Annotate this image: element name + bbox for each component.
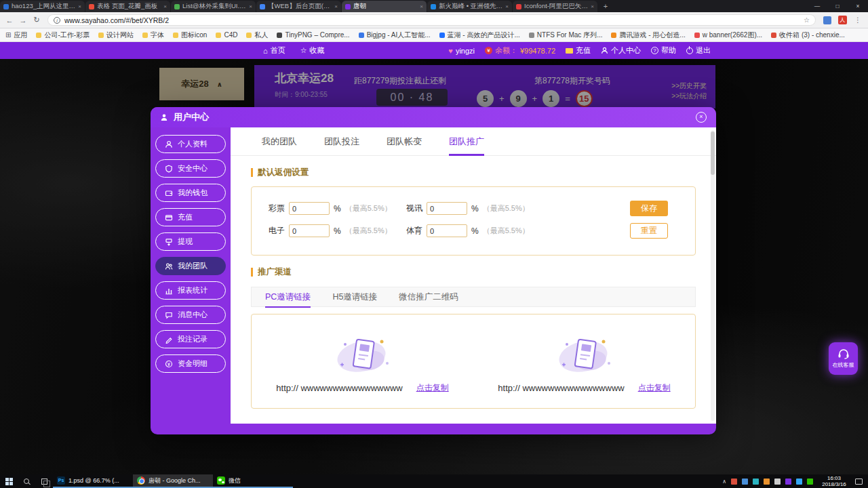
browser-tab[interactable]: Iconfont-阿里巴巴矢量... × — [513, 1, 598, 12]
nav-logout[interactable]: 退出 — [686, 45, 711, 56]
save-button[interactable]: 保存 — [630, 201, 668, 216]
tray-icon-7[interactable] — [796, 479, 802, 485]
site-info-icon[interactable]: i — [54, 17, 60, 24]
tab-close-icon[interactable]: × — [78, 3, 81, 9]
rebate-input-electronic[interactable] — [289, 224, 330, 237]
tab-close-icon[interactable]: × — [163, 3, 167, 9]
address-bar[interactable]: i www.sayahao.com/#/bet/XYRB/2 ☆ — [47, 14, 816, 26]
bookmark-item[interactable]: 设计网站 — [98, 30, 134, 40]
bookmark-favicon — [277, 33, 282, 38]
notification-center-icon[interactable] — [855, 479, 863, 485]
tab-wechat-qrcode[interactable]: 微信推广二维码 — [399, 287, 458, 306]
rebate-input-sports[interactable] — [427, 224, 467, 237]
sidebar-item-profile[interactable]: 个人资料 — [155, 135, 226, 153]
bookmark-item[interactable]: NTFS For Mac 序列... — [529, 30, 603, 40]
bookmark-item[interactable]: 收件箱 (3) - chenxie... — [771, 30, 845, 40]
tab-team-bets[interactable]: 团队投注 — [311, 127, 373, 155]
bookmark-item[interactable]: 私人 — [246, 30, 268, 40]
sidebar-item-messages[interactable]: 消息中心 — [155, 306, 226, 324]
bookmark-item[interactable]: 图标icon — [173, 30, 207, 40]
nav-username[interactable]: ♥yingzi — [448, 47, 475, 55]
tray-icon-5[interactable] — [774, 479, 781, 485]
tray-icon-1[interactable] — [731, 479, 737, 485]
start-button[interactable] — [0, 474, 18, 488]
tab-close-icon[interactable]: × — [420, 3, 423, 9]
window-maximize-button[interactable]: □ — [827, 0, 848, 12]
window-minimize-button[interactable]: — — [807, 0, 827, 12]
browser-tab[interactable]: 新火巅峰 • 亚洲领先网络 × — [427, 1, 513, 12]
browser-tab-active[interactable]: 唐朝 × — [342, 1, 427, 12]
sidebar-item-team[interactable]: 我的团队 — [155, 257, 226, 275]
copy-link-button[interactable]: 点击复制 — [416, 382, 449, 394]
back-button[interactable]: ← — [3, 16, 16, 24]
modal-close-button[interactable]: × — [696, 112, 707, 123]
nav-recharge[interactable]: 充值 — [566, 45, 591, 56]
tab-h5-invite-link[interactable]: H5邀请链接 — [332, 287, 377, 306]
modal-scrollbar[interactable] — [711, 130, 715, 421]
online-service-button[interactable]: 在线客服 — [829, 342, 858, 375]
tab-team-transactions[interactable]: 团队帐变 — [373, 127, 435, 155]
url-text[interactable]: www.sayahao.com/#/bet/XYRB/2 — [64, 16, 800, 24]
sidebar-item-funds[interactable]: 资金明细 — [155, 354, 226, 373]
taskbar-search-button[interactable] — [18, 474, 35, 488]
taskbar-app-wechat[interactable]: 微信 — [213, 474, 293, 488]
tray-icon-3[interactable] — [753, 479, 759, 485]
sidebar-item-bet-records[interactable]: 投注记录 — [155, 330, 226, 348]
tray-icon-6[interactable] — [785, 479, 791, 485]
bookmark-item[interactable]: Bigjpg - AI人工智能... — [359, 30, 431, 40]
nav-home[interactable]: ⌂首页 — [263, 45, 285, 56]
bookmark-favicon — [36, 33, 41, 38]
bookmark-item[interactable]: w banner(2662图)... — [694, 30, 762, 40]
bookmark-item[interactable]: 字体 — [142, 30, 164, 40]
bookmark-item[interactable]: 公司-工作-彩票 — [36, 30, 90, 40]
browser-tab[interactable]: 表格 页面_花瓣_画板 × — [85, 1, 171, 12]
sidebar-item-recharge[interactable]: 充值 — [155, 208, 226, 226]
new-tab-button[interactable]: + — [598, 1, 613, 12]
bookmark-item[interactable]: 蓝湖 - 高效的产品设计... — [439, 30, 520, 40]
sidebar-item-security[interactable]: 安全中心 — [155, 159, 226, 178]
tray-icon-4[interactable] — [764, 479, 770, 485]
apps-shortcut[interactable]: ⊞ 应用 — [5, 30, 27, 40]
tab-close-icon[interactable]: × — [249, 3, 252, 9]
copy-link-button[interactable]: 点击复制 — [638, 382, 671, 394]
nav-help[interactable]: ?帮助 — [651, 45, 676, 56]
browser-tab[interactable]: hao123_上网从这里开始 × — [0, 1, 85, 12]
hidden-icons-caret[interactable]: ∧ — [722, 479, 726, 485]
field-note: （最高5.5%） — [345, 203, 392, 214]
tray-icon-8[interactable] — [807, 479, 813, 485]
task-view-button[interactable] — [35, 474, 53, 488]
rebate-input-video[interactable] — [427, 202, 467, 215]
bookmark-item[interactable]: C4D — [216, 31, 237, 39]
tab-close-icon[interactable]: × — [591, 3, 594, 9]
sidebar-item-reports[interactable]: 报表统计 — [155, 281, 226, 300]
bookmark-star-icon[interactable]: ☆ — [804, 16, 810, 24]
tab-my-team[interactable]: 我的团队 — [248, 127, 311, 155]
tab-team-promotion[interactable]: 团队推广 — [435, 127, 498, 155]
section-bar-icon — [251, 168, 253, 177]
browser-profile-avatar[interactable]: 人 — [838, 16, 847, 24]
browser-menu-icon[interactable]: ⋮ — [854, 16, 861, 24]
tab-close-icon[interactable]: × — [505, 3, 509, 9]
taskbar-clock[interactable]: 16:03 2018/3/16 — [818, 475, 850, 487]
sidebar-item-withdraw[interactable]: 提现 — [155, 232, 226, 251]
window-close-button[interactable]: × — [848, 0, 868, 12]
extension-icon[interactable] — [823, 16, 831, 24]
bookmark-item[interactable]: TinyPNG – Compre... — [277, 31, 349, 39]
tray-icon-2[interactable] — [742, 479, 748, 485]
tab-close-icon[interactable]: × — [334, 3, 338, 9]
nav-user-center[interactable]: 个人中心 — [601, 45, 641, 56]
tab-pc-invite-link[interactable]: PC邀请链接 — [265, 287, 311, 306]
reload-button[interactable]: ↻ — [30, 16, 43, 24]
bookmark-item[interactable]: 腾讯游戏 - 用心创造... — [611, 30, 685, 40]
sidebar-item-wallet[interactable]: 我的钱包 — [155, 184, 226, 202]
taskbar-app-photoshop[interactable]: Ps 1.psd @ 66.7% (... — [53, 474, 133, 488]
reset-button[interactable]: 重置 — [630, 223, 668, 239]
browser-tab[interactable]: List@林外采集到UI.Tab... × — [171, 1, 256, 12]
taskbar-app-chrome[interactable]: 唐朝 - Google Ch... — [133, 474, 213, 488]
rebate-input-lottery[interactable] — [289, 202, 330, 215]
bookmark-label: 设计网站 — [106, 30, 134, 40]
nav-favorites[interactable]: ☆收藏 — [300, 45, 325, 56]
browser-tab[interactable]: 【WEB】后台页面(105... × — [256, 1, 342, 12]
scrollbar-thumb[interactable] — [711, 131, 715, 175]
forward-button[interactable]: → — [16, 16, 30, 24]
